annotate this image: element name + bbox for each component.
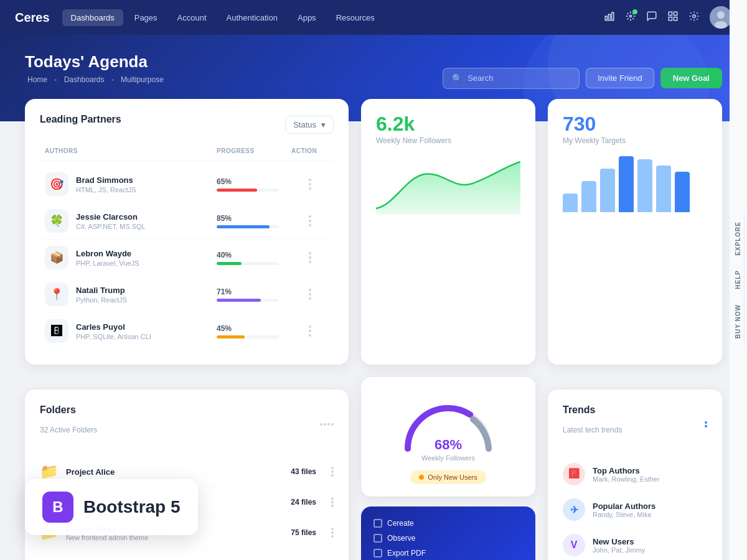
folders-title: Folders	[40, 404, 97, 416]
trend-authors: Mark, Rowling, Esther	[593, 475, 660, 483]
targets-number: 730	[563, 114, 707, 134]
partners-list: 🎯 Brad Simmons HTML, JS, ReactJS 65% 🍀 J	[40, 166, 334, 350]
sidebar-tab-explore[interactable]: Explore	[732, 214, 745, 263]
search-box[interactable]: 🔍	[443, 68, 580, 89]
nav-right	[604, 6, 732, 29]
folder-action-dots[interactable]	[331, 467, 334, 477]
nav-item-pages[interactable]: Pages	[126, 9, 166, 26]
search-input[interactable]	[467, 73, 570, 83]
author-details: Lebron Wayde PHP, Laravel, VueJS	[76, 249, 139, 267]
partner-row: 🅱 Carles Puyol PHP, SQLite, Artisan CLI …	[40, 313, 334, 350]
trend-name: New Users	[593, 537, 645, 546]
followers-label: Weekly New Followers	[376, 136, 520, 145]
nav-item-authentication[interactable]: Authentication	[218, 9, 286, 26]
sidebar-tab-help[interactable]: Help	[732, 263, 745, 297]
badge-text: Only New Users	[428, 474, 477, 481]
breadcrumb-dashboards[interactable]: Dashboards	[64, 75, 105, 84]
author-name: Lebron Wayde	[76, 249, 139, 258]
badge-dot	[419, 475, 424, 480]
progress-bar-fill	[217, 189, 257, 192]
trend-icon: 🅿	[563, 463, 585, 485]
bar-col	[563, 194, 578, 212]
followers-number: 6.2k	[376, 114, 520, 134]
navbar: Ceres Dashboards Pages Account Authentic…	[0, 0, 747, 35]
settings-icon[interactable]	[688, 11, 700, 24]
nav-item-account[interactable]: Account	[169, 9, 215, 26]
nav-item-resources[interactable]: Resources	[327, 9, 383, 26]
author-skills: HTML, JS, ReactJS	[76, 186, 136, 194]
author-skills: PHP, Laravel, VueJS	[76, 259, 139, 267]
partner-action-button[interactable]	[291, 252, 329, 263]
status-dropdown[interactable]: Status ▾	[285, 116, 334, 134]
author-name: Carles Puyol	[76, 322, 151, 332]
promo-option-export: Export PDF	[374, 549, 523, 558]
promo-label-create: Cereate	[387, 519, 414, 528]
svg-point-11	[715, 21, 727, 29]
nav-item-dashboards[interactable]: Dashboards	[62, 9, 123, 26]
svg-rect-7	[674, 17, 677, 21]
svg-point-3	[630, 16, 632, 17]
grid-icon[interactable]	[667, 11, 679, 24]
trend-name: Top Authors	[593, 466, 660, 475]
progress-section: 65%	[217, 177, 291, 192]
breadcrumb-home[interactable]: Home	[27, 75, 47, 84]
header-actions: 🔍 Invite Friend New Goal	[443, 68, 722, 89]
sidebar-tab-buy-now[interactable]: Buy now	[732, 297, 745, 346]
nav-item-apps[interactable]: Apps	[289, 9, 325, 26]
gauge-wrapper: 68%	[398, 396, 498, 452]
author-info: 🅱 Carles Puyol PHP, SQLite, Artisan CLI	[45, 319, 217, 343]
partner-row: 📍 Natali Trump Python, ReactJS 71%	[40, 276, 334, 313]
trends-subtitle: Latest tech trends	[563, 426, 622, 434]
partner-action-button[interactable]	[291, 325, 329, 337]
author-details: Natali Trump Python, ReactJS	[76, 286, 127, 304]
followers-chart	[376, 152, 520, 215]
folder-icon: 📁	[40, 463, 59, 480]
trend-authors: John, Pat, Jimmy	[593, 546, 645, 554]
partner-row: 📦 Lebron Wayde PHP, Laravel, VueJS 40%	[40, 240, 334, 276]
progress-bar-bg	[217, 262, 279, 265]
top-grid: Leading Partners Status ▾ AUTHORS PROGRE…	[25, 99, 722, 365]
leading-partners-card: Leading Partners Status ▾ AUTHORS PROGRE…	[25, 99, 349, 365]
folder-info: Project Alice	[66, 467, 283, 477]
author-name: Brad Simmons	[76, 175, 136, 185]
promo-checkbox-export[interactable]	[374, 549, 382, 558]
sparkle-icon[interactable]	[625, 11, 636, 24]
folders-header: Folders 32 Active Folders	[40, 404, 334, 444]
folders-more-button[interactable]	[320, 423, 334, 426]
promo-checkbox-create[interactable]	[374, 519, 382, 528]
new-goal-button[interactable]: New Goal	[660, 68, 722, 88]
bar-col	[581, 181, 596, 212]
promo-option-create: Cereate	[374, 519, 523, 528]
progress-section: 45%	[217, 324, 291, 338]
folder-count: 43 files	[291, 467, 316, 476]
partner-action-button[interactable]	[291, 215, 329, 226]
progress-pct: 71%	[217, 287, 291, 296]
author-info: 🎯 Brad Simmons HTML, JS, ReactJS	[45, 172, 217, 196]
folder-action-dots-3[interactable]	[331, 528, 334, 538]
svg-point-10	[717, 11, 725, 19]
messages-icon[interactable]	[646, 11, 657, 24]
author-info: 📦 Lebron Wayde PHP, Laravel, VueJS	[45, 246, 217, 269]
promo-checkbox-observe[interactable]	[374, 534, 382, 543]
user-avatar[interactable]	[710, 6, 732, 29]
trend-icon: V	[563, 534, 585, 556]
partner-action-button[interactable]	[291, 179, 329, 190]
bar-col	[600, 169, 615, 212]
targets-label: My Weekly Targets	[563, 136, 707, 145]
watermark-text: Bootstrap 5	[83, 497, 181, 517]
leading-partners-title: Leading Partners	[40, 114, 121, 125]
trends-card: Trends Latest tech trends 🅿 Top Authors …	[548, 390, 722, 560]
gauge-percentage: 68%	[435, 438, 462, 452]
promo-label-export: Export PDF	[387, 549, 426, 558]
folder-action-dots-2[interactable]	[331, 497, 334, 507]
progress-bar-bg	[217, 335, 279, 338]
trends-more-button[interactable]	[705, 421, 707, 427]
invite-friend-button[interactable]: Invite Friend	[586, 68, 654, 88]
partner-row: 🎯 Brad Simmons HTML, JS, ReactJS 65%	[40, 166, 334, 203]
author-details: Brad Simmons HTML, JS, ReactJS	[76, 175, 136, 194]
breadcrumb-multipurpose[interactable]: Multipurpose	[121, 75, 164, 84]
page-title: Todays' Agenda	[25, 52, 722, 72]
partner-action-button[interactable]	[291, 289, 329, 300]
bar-col	[619, 156, 634, 212]
analytics-icon[interactable]	[604, 11, 615, 24]
